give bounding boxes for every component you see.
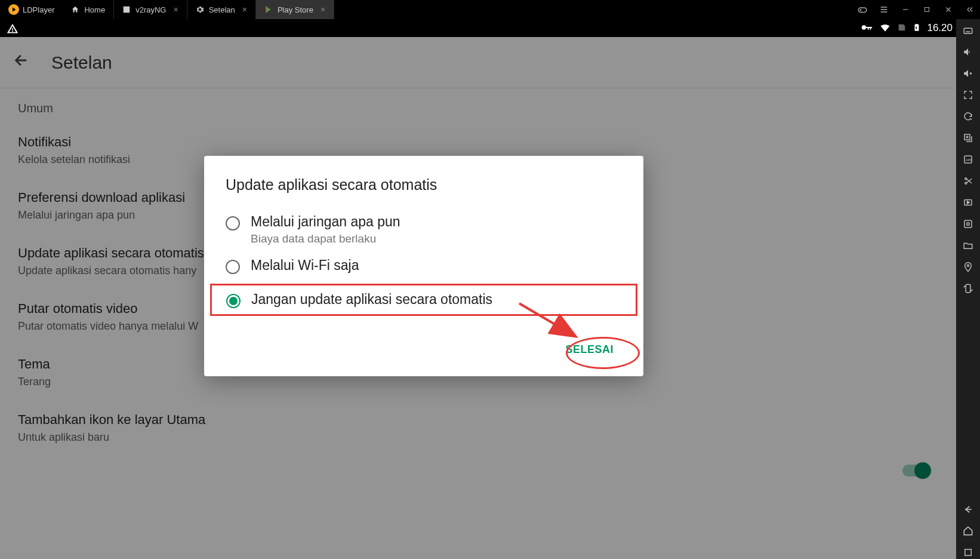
play-store-icon xyxy=(264,5,273,14)
svg-rect-13 xyxy=(964,220,972,228)
tabs: Home v2rayNG × Setelan × Play Store × xyxy=(63,0,334,19)
collapse-sidebar-icon[interactable] xyxy=(960,0,980,19)
svg-rect-16 xyxy=(966,284,970,293)
volume-down-icon[interactable] xyxy=(961,67,975,80)
tab-play-store[interactable]: Play Store × xyxy=(256,0,334,19)
gamepad-icon[interactable] xyxy=(852,0,873,19)
android-status-bar: 16.20 xyxy=(0,19,980,37)
android-back-icon[interactable] xyxy=(961,503,975,516)
operation-record-icon[interactable] xyxy=(961,217,975,231)
tab-setelan[interactable]: Setelan × xyxy=(187,0,256,19)
close-icon[interactable]: × xyxy=(242,5,247,14)
emulator-sidebar: APK xyxy=(956,19,980,559)
shared-folder-icon[interactable] xyxy=(961,239,975,252)
titlebar: LDPlayer Home v2rayNG × Setelan × Play S… xyxy=(0,0,980,19)
rotate-icon[interactable] xyxy=(961,282,975,295)
svg-rect-17 xyxy=(965,549,972,556)
keyboard-icon[interactable] xyxy=(961,24,975,37)
annotation-ellipse xyxy=(566,337,640,369)
battery-charging-icon xyxy=(913,21,921,36)
volume-up-icon[interactable] xyxy=(961,45,975,59)
gear-icon xyxy=(196,5,204,14)
record-icon[interactable] xyxy=(961,196,975,209)
svg-rect-0 xyxy=(858,8,867,13)
close-button[interactable] xyxy=(938,0,959,19)
wifi-icon xyxy=(879,22,891,35)
menu-icon[interactable] xyxy=(874,0,894,19)
app-icon xyxy=(122,5,131,14)
android-recents-icon[interactable] xyxy=(961,546,975,559)
warning-icon xyxy=(6,23,18,33)
close-icon[interactable]: × xyxy=(320,5,325,14)
app-logo: LDPlayer xyxy=(0,4,63,15)
radio-option-wifi-only[interactable]: Melalui Wi-Fi saja xyxy=(204,251,643,280)
radio-option-any-network[interactable]: Melalui jaringan apa pun Biaya data dapa… xyxy=(204,208,643,251)
svg-point-15 xyxy=(967,265,969,266)
maximize-button[interactable] xyxy=(917,0,937,19)
app-name-label: LDPlayer xyxy=(23,5,54,14)
dialog-title: Update aplikasi secara otomatis xyxy=(204,176,643,208)
svg-text:APK: APK xyxy=(966,158,972,162)
radio-sublabel: Biaya data dapat berlaku xyxy=(251,232,400,245)
radio-icon xyxy=(226,260,240,274)
minimize-button[interactable] xyxy=(895,0,916,19)
radio-icon xyxy=(226,294,241,308)
location-icon[interactable] xyxy=(961,260,975,274)
radio-label: Melalui jaringan apa pun xyxy=(251,214,400,230)
ldplayer-logo-icon xyxy=(8,4,19,15)
tab-label: Play Store xyxy=(278,5,313,14)
close-icon[interactable]: × xyxy=(173,5,178,14)
multi-instance-icon[interactable] xyxy=(961,131,975,145)
no-sim-icon xyxy=(897,23,907,34)
apk-install-icon[interactable]: APK xyxy=(961,153,975,166)
tab-label: Setelan xyxy=(209,5,235,14)
svg-point-11 xyxy=(965,182,967,184)
tab-label: v2rayNG xyxy=(135,5,166,14)
radio-label: Jangan update aplikasi secara otomatis xyxy=(251,291,492,308)
fullscreen-icon[interactable] xyxy=(961,88,975,102)
clock-time: 16.20 xyxy=(927,22,953,34)
radio-option-dont-auto-update[interactable]: Jangan update aplikasi secara otomatis xyxy=(210,284,637,316)
radio-label: Melalui Wi-Fi saja xyxy=(251,257,359,274)
svg-point-14 xyxy=(967,223,970,226)
home-icon xyxy=(71,5,79,14)
sync-icon[interactable] xyxy=(961,110,975,123)
tab-v2rayng[interactable]: v2rayNG × xyxy=(114,0,187,19)
android-home-icon[interactable] xyxy=(961,524,975,538)
svg-rect-6 xyxy=(964,28,972,33)
svg-point-10 xyxy=(965,178,967,180)
radio-icon xyxy=(226,216,240,231)
svg-rect-1 xyxy=(925,8,929,12)
scissors-icon[interactable] xyxy=(961,174,975,188)
svg-point-2 xyxy=(862,25,866,29)
window-controls xyxy=(852,0,980,19)
tab-label: Home xyxy=(84,5,105,14)
tab-home[interactable]: Home xyxy=(63,0,114,19)
vpn-key-icon xyxy=(860,21,873,36)
